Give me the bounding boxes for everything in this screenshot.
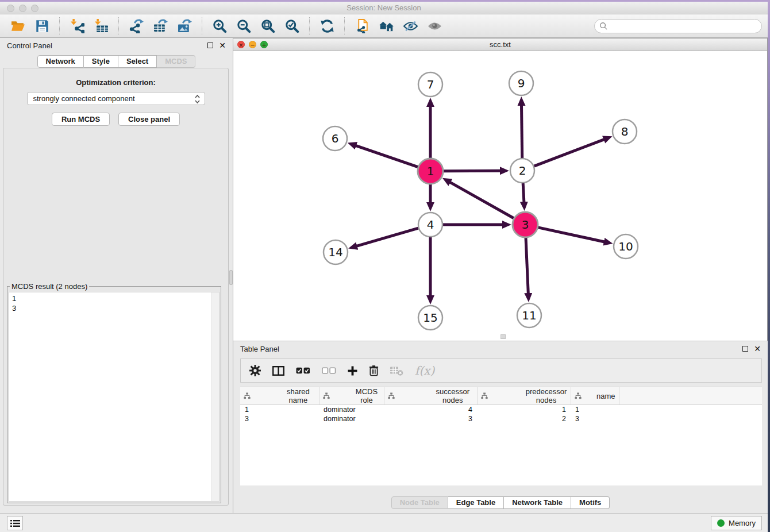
column-header-shared-name[interactable]: shared name: [240, 387, 319, 405]
zoom-fit-button[interactable]: [256, 16, 280, 36]
save-session-button[interactable]: [30, 16, 54, 36]
control-panel: Control Panel ✕ NetworkStyleSelectMCDS O…: [0, 38, 233, 513]
refresh-button[interactable]: [315, 16, 339, 36]
split-panel-button[interactable]: [272, 366, 284, 376]
close-window-icon[interactable]: [7, 5, 14, 12]
table-cell-filler: [619, 405, 762, 414]
column-header-MCDS-role[interactable]: MCDS role: [319, 387, 384, 405]
close-panel-icon[interactable]: ✕: [219, 42, 226, 49]
zoom-window-icon[interactable]: [31, 5, 38, 12]
mcds-result-group: MCDS result (2 nodes) 13: [7, 282, 221, 503]
table-panel-tabs: Node TableEdge TableNetwork TableMotifs: [391, 496, 610, 509]
network-minimize-icon[interactable]: −: [249, 41, 256, 48]
mcds-result-box[interactable]: 13: [9, 292, 220, 502]
network-zoom-icon[interactable]: +: [260, 41, 268, 48]
graph-edge-1-2[interactable]: [444, 171, 500, 171]
graph-edge-3-1[interactable]: [450, 182, 514, 218]
settings-gear-button[interactable]: [249, 365, 261, 376]
result-line: 3: [12, 303, 219, 313]
tab-style[interactable]: Style: [84, 55, 118, 68]
table-cell: 3: [240, 414, 319, 423]
network-view-window: × − + scc.txt 7968124314101511: [233, 38, 768, 341]
memory-button[interactable]: Memory: [711, 516, 762, 530]
tab-mcds[interactable]: MCDS: [157, 55, 195, 68]
mcds-result-lines: 13: [9, 292, 219, 313]
float-table-panel-icon[interactable]: [742, 346, 748, 352]
zoom-out-button[interactable]: [232, 16, 256, 36]
run-mcds-button[interactable]: Run MCDS: [52, 113, 110, 126]
graph-node-label-4: 4: [427, 218, 434, 232]
network-window-titlebar: × − + scc.txt: [233, 38, 767, 51]
open-session-icon: [11, 19, 25, 33]
close-table-panel-icon[interactable]: ✕: [754, 345, 761, 352]
search-input[interactable]: [608, 22, 761, 30]
selected-criterion: strongly connected component: [28, 92, 205, 105]
unselect-all-button[interactable]: [322, 367, 336, 374]
show-eye-button[interactable]: [422, 16, 446, 36]
tab-network[interactable]: Network: [37, 55, 84, 68]
network-canvas[interactable]: 7968124314101511: [233, 51, 767, 341]
graph-edge-2-9[interactable]: [522, 105, 522, 158]
zoom-selected-button[interactable]: [280, 16, 304, 36]
export-network-button[interactable]: [124, 16, 148, 36]
table-row[interactable]: 1dominator411: [240, 405, 762, 414]
result-scrollbar[interactable]: [211, 292, 219, 501]
delete-column-icon: [369, 365, 379, 376]
function-builder-icon: f(x): [415, 364, 434, 377]
main-toolbar-icons: [6, 16, 446, 36]
optimization-criterion-select[interactable]: strongly connected component: [27, 92, 205, 105]
column-label: MCDS role: [352, 387, 382, 404]
select-all-button[interactable]: [296, 367, 310, 374]
tab-motifs[interactable]: Motifs: [571, 496, 610, 509]
import-table-button[interactable]: [89, 16, 113, 36]
graph-edge-3-11[interactable]: [526, 238, 528, 294]
column-tree-icon: [388, 392, 432, 399]
table-cell: 3: [571, 414, 619, 423]
task-history-button[interactable]: [7, 516, 23, 530]
export-table-button[interactable]: [148, 16, 172, 36]
column-header-name[interactable]: name: [571, 387, 619, 405]
memory-label: Memory: [729, 519, 756, 527]
add-column-button[interactable]: [348, 366, 357, 376]
canvas-hscroll-thumb[interactable]: [500, 334, 506, 339]
toolbar-separator: [59, 17, 60, 34]
network-document-icon: [355, 19, 369, 33]
tab-select[interactable]: Select: [118, 55, 157, 68]
unselect-all-icon: [322, 367, 336, 374]
graph-edge-2-8[interactable]: [534, 140, 605, 167]
graph-edge-4-14[interactable]: [356, 228, 418, 246]
export-image-button[interactable]: [172, 16, 197, 36]
tab-edge-table[interactable]: Edge Table: [448, 496, 504, 509]
hide-eye-button[interactable]: [398, 16, 422, 36]
close-panel-button[interactable]: Close panel: [118, 113, 180, 126]
network-close-icon[interactable]: ×: [237, 41, 245, 48]
network-document-button[interactable]: [350, 16, 374, 36]
zoom-in-button[interactable]: [207, 16, 232, 36]
open-session-button[interactable]: [6, 16, 30, 36]
tab-network-table[interactable]: Network Table: [504, 496, 571, 509]
main-toolbar: [0, 14, 768, 38]
delete-column-button[interactable]: [369, 365, 379, 376]
graph-node-label-6: 6: [332, 132, 339, 145]
table-row[interactable]: 3dominator323: [240, 414, 762, 423]
optimization-criterion-label: Optimization criterion:: [3, 78, 228, 87]
panel-splitter-handle[interactable]: [229, 270, 233, 285]
float-panel-icon[interactable]: [207, 43, 213, 48]
column-header-predecessor-nodes[interactable]: predecessor nodes: [477, 387, 571, 405]
graph-edge-1-6[interactable]: [356, 145, 418, 167]
toolbar-separator: [118, 17, 119, 34]
tab-node-table[interactable]: Node Table: [391, 496, 448, 509]
import-network-button[interactable]: [65, 16, 89, 36]
home-networks-button[interactable]: [374, 16, 398, 36]
task-list-icon: [10, 519, 20, 527]
graph-node-label-11: 11: [522, 309, 536, 322]
graph-node-label-2: 2: [519, 164, 526, 178]
status-bar: Memory: [0, 513, 768, 532]
desktop-strip-right: [768, 0, 770, 532]
graph-edge-3-10[interactable]: [538, 228, 604, 242]
column-header-successor-nodes[interactable]: successor nodes: [384, 387, 477, 405]
graph-edge-2-3[interactable]: [523, 183, 524, 202]
settings-gear-icon: [249, 365, 261, 376]
graph-node-label-10: 10: [618, 240, 633, 253]
minimize-window-icon[interactable]: [19, 5, 26, 12]
